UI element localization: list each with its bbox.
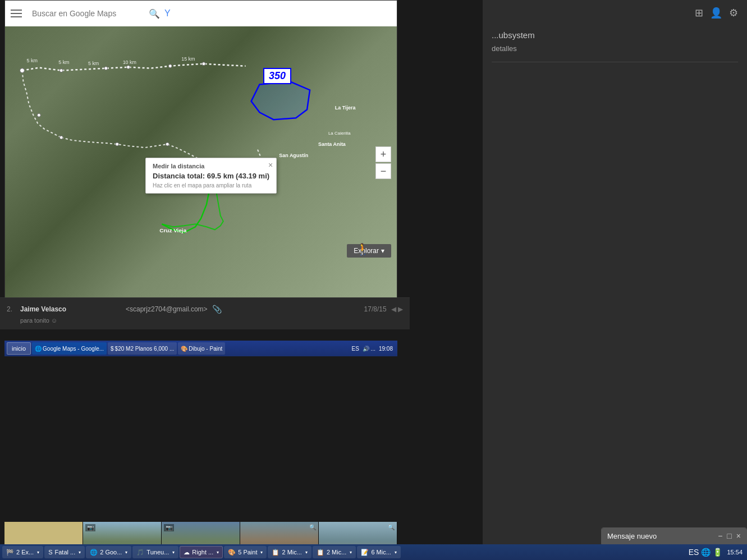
zoom-out-button[interactable]: − bbox=[375, 163, 391, 179]
settings-icon[interactable]: ⚙ bbox=[729, 7, 738, 19]
taskbar-item-mic2[interactable]: 📋 2 Mic... ▾ bbox=[313, 546, 356, 558]
tb-icon-2: 🎵 bbox=[136, 549, 144, 556]
grid-icon[interactable]: ⊞ bbox=[695, 7, 703, 19]
compose-panel: Mensaje nuevo − □ × bbox=[601, 527, 747, 544]
taskbar-item-mic3[interactable]: 📝 6 Mic... ▾ bbox=[357, 546, 400, 558]
map-zoom-controls: + − bbox=[375, 146, 391, 179]
photo-camera-icon-4: 🔍 bbox=[388, 524, 395, 530]
popup-note: Haz clic en el mapa para ampliar la ruta bbox=[153, 182, 269, 189]
start-icon: 🏁 bbox=[6, 549, 14, 556]
attachment-icon: 📎 bbox=[212, 305, 222, 314]
email-sender: Jaime Velasco bbox=[20, 305, 121, 313]
map-toolbar: 🔍 Y bbox=[5, 1, 397, 26]
tb-label-mic3: 6 Mic... bbox=[371, 549, 391, 556]
windows-taskbar-screenshot: inicio 🌐 Google Maps - Google... $ $20 M… bbox=[4, 341, 397, 356]
email-nav-arrows[interactable]: ◀ ▶ bbox=[391, 305, 403, 313]
compose-maximize-button[interactable]: □ bbox=[727, 531, 731, 540]
photo-camera-icon-3: 🔍 bbox=[309, 524, 316, 530]
taskbar-system-tray: ES 🌐 🔋 15:54 bbox=[689, 548, 745, 557]
popup-distance-value: Distancia total: 69.5 km (43.19 mi) bbox=[153, 172, 269, 180]
taskbar-item-right[interactable]: ☁ Right ... ▾ bbox=[180, 546, 223, 558]
compose-title: Mensaje nuevo bbox=[607, 532, 657, 540]
taskbar-start[interactable]: 🏁 2 Ex... ▾ bbox=[2, 546, 43, 558]
start-button-screenshot[interactable]: inicio bbox=[7, 342, 31, 355]
tb-icon-mic1: 📋 bbox=[272, 549, 279, 556]
lang-indicator: ES bbox=[689, 548, 699, 557]
distance-popup: × Medir la distancia Distancia total: 69… bbox=[145, 158, 277, 194]
tb-icon-mic3: 📝 bbox=[361, 549, 369, 556]
map-search-input[interactable] bbox=[32, 4, 144, 22]
email-date: 17/8/15 bbox=[364, 305, 387, 313]
tb-label-mic1: 2 Mic... bbox=[282, 549, 301, 556]
taskbar-icons-screenshot: 🔊 ... bbox=[363, 346, 375, 352]
tb-icon-1: 🌐 bbox=[90, 549, 98, 556]
compose-close-button[interactable]: × bbox=[736, 531, 741, 540]
taskbar-item-1[interactable]: 🌐 2 Goo... ▾ bbox=[86, 546, 131, 558]
taskbar: 🏁 2 Ex... ▾ S Fatal ... ▾ 🌐 2 Goo... ▾ 🎵… bbox=[0, 544, 747, 560]
taskbar-item-0[interactable]: S Fatal ... ▾ bbox=[44, 546, 85, 558]
taskbar-item-maps[interactable]: 🌐 Google Maps - Google... bbox=[32, 342, 107, 355]
panel-details-link[interactable]: detalles bbox=[483, 40, 747, 57]
tb-icon-0: S bbox=[48, 549, 52, 556]
tb-label-2: Tuneu... bbox=[146, 549, 169, 556]
taskbar-item-20m[interactable]: $ $20 M2 Planos 6,000 ... bbox=[108, 342, 177, 355]
user-icon[interactable]: 👤 bbox=[710, 7, 722, 19]
tb-icon-paint: 🎨 bbox=[228, 549, 236, 556]
compose-minimize-button[interactable]: − bbox=[718, 531, 722, 540]
network-icon: 🌐 bbox=[701, 548, 711, 557]
taskbar-lang-screenshot: ES bbox=[350, 346, 361, 352]
chevron-down-icon: ▾ bbox=[381, 247, 384, 255]
start-label-main: 2 Ex... bbox=[16, 549, 34, 556]
right-panel: ⊞ 👤 ⚙ ...ubsystem detalles bbox=[483, 0, 747, 560]
taskbar-item-mic1[interactable]: 📋 2 Mic... ▾ bbox=[268, 546, 311, 558]
email-preview: para tonito ☺ bbox=[7, 316, 403, 325]
taskbar-item-2[interactable]: 🎵 Tuneu... ▾ bbox=[132, 546, 178, 558]
email-item[interactable]: 2. Jaime Velasco <scaprjz2704@gmail.com>… bbox=[7, 302, 403, 316]
street-view-person[interactable]: 🚶 bbox=[356, 242, 370, 256]
email-number: 2. bbox=[7, 305, 16, 313]
panel-subtitle: ...ubsystem bbox=[483, 30, 747, 40]
right-panel-header: ⊞ 👤 ⚙ bbox=[483, 0, 747, 26]
tb-label-mic2: 2 Mic... bbox=[327, 549, 346, 556]
map-filter-icon[interactable]: Y bbox=[164, 8, 171, 19]
email-list: 2. Jaime Velasco <scaprjz2704@gmail.com>… bbox=[0, 297, 410, 329]
start-label: inicio bbox=[12, 345, 26, 352]
panel-divider bbox=[492, 62, 738, 62]
taskbar-item-paint[interactable]: 🎨 5 Paint ▾ bbox=[224, 546, 267, 558]
photo-camera-icon-2: 📷 bbox=[164, 524, 174, 531]
tb-label-right: Right ... bbox=[192, 549, 213, 556]
tb-icon-right: ☁ bbox=[184, 549, 190, 556]
compose-header: Mensaje nuevo − □ × bbox=[602, 528, 746, 544]
polygon-label: 350 bbox=[263, 68, 291, 84]
tb-icon-mic2: 📋 bbox=[317, 549, 324, 556]
email-address: <scaprjz2704@gmail.com> bbox=[126, 305, 208, 313]
zoom-in-button[interactable]: + bbox=[375, 146, 391, 162]
map-background bbox=[5, 1, 397, 302]
popup-close-button[interactable]: × bbox=[268, 160, 273, 169]
maps-window: 🔍 Y 5 km 5 km 5 km 10 km bbox=[4, 0, 397, 303]
compose-controls: − □ × bbox=[718, 531, 741, 540]
taskbar-time-screenshot: 19:08 bbox=[377, 346, 395, 352]
time-display: 15:54 bbox=[725, 549, 745, 556]
tb-label-paint: 5 Paint bbox=[238, 549, 257, 556]
tb-label-0: Fatal ... bbox=[55, 549, 76, 556]
popup-title: Medir la distancia bbox=[153, 163, 269, 169]
search-icon[interactable]: 🔍 bbox=[149, 8, 160, 19]
tb-label-1: 2 Goo... bbox=[100, 549, 122, 556]
photo-camera-icon-1: 📷 bbox=[85, 524, 95, 531]
map-menu-button[interactable] bbox=[11, 5, 28, 22]
battery-icon: 🔋 bbox=[713, 548, 722, 557]
taskbar-item-paint[interactable]: 🎨 Dibujo - Paint bbox=[178, 342, 225, 355]
